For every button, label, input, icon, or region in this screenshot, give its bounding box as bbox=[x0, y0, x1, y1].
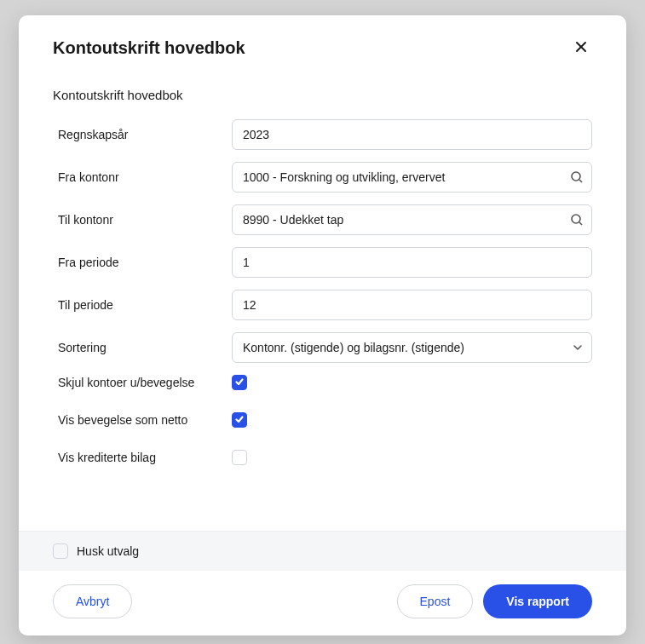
label-fra-periode: Fra periode bbox=[53, 256, 232, 269]
modal-body: Kontoutskrift hovedbok Regnskapsår Fra k… bbox=[19, 71, 626, 531]
input-regnskapsaar[interactable] bbox=[232, 119, 592, 150]
email-button[interactable]: Epost bbox=[397, 584, 474, 618]
label-vis-netto: Vis bevegelse som netto bbox=[58, 413, 232, 427]
modal-footer: Husk utvalg Avbryt Epost Vis rapport bbox=[19, 531, 626, 635]
input-fra-kontonr[interactable] bbox=[232, 162, 592, 193]
label-fra-kontonr: Fra kontonr bbox=[53, 170, 232, 184]
check-icon bbox=[234, 375, 245, 390]
label-husk: Husk utvalg bbox=[77, 544, 139, 558]
row-til-kontonr: Til kontonr bbox=[53, 204, 592, 235]
input-til-kontonr[interactable] bbox=[232, 204, 592, 235]
modal-header: Kontoutskrift hovedbok bbox=[19, 15, 626, 71]
section-label: Kontoutskrift hovedbok bbox=[53, 88, 592, 102]
label-vis-krediterte: Vis krediterte bilag bbox=[58, 451, 232, 464]
checkbox-husk[interactable] bbox=[53, 543, 68, 559]
label-sortering: Sortering bbox=[53, 341, 232, 354]
wrap-til-kontonr bbox=[232, 204, 592, 235]
wrap-til-periode bbox=[232, 290, 592, 320]
select-sortering-value: Kontonr. (stigende) og bilagsnr. (stigen… bbox=[243, 341, 464, 354]
action-row: Avbryt Epost Vis rapport bbox=[19, 571, 626, 635]
row-regnskapsaar: Regnskapsår bbox=[53, 119, 592, 150]
label-regnskapsaar: Regnskapsår bbox=[53, 128, 232, 141]
action-right: Epost Vis rapport bbox=[397, 584, 592, 618]
modal-title: Kontoutskrift hovedbok bbox=[53, 38, 245, 58]
label-til-kontonr: Til kontonr bbox=[53, 213, 232, 227]
row-fra-kontonr: Fra kontonr bbox=[53, 162, 592, 193]
checkbox-vis-netto[interactable] bbox=[232, 412, 247, 428]
label-skjul: Skjul kontoer u/bevegelse bbox=[58, 376, 232, 389]
row-fra-periode: Fra periode bbox=[53, 247, 592, 278]
wrap-fra-kontonr bbox=[232, 162, 592, 193]
wrap-sortering: Kontonr. (stigende) og bilagsnr. (stigen… bbox=[232, 332, 592, 363]
row-skjul: Skjul kontoer u/bevegelse bbox=[53, 375, 592, 390]
modal-dialog: Kontoutskrift hovedbok Kontoutskrift hov… bbox=[19, 15, 626, 635]
checkbox-skjul[interactable] bbox=[232, 375, 247, 390]
close-button[interactable] bbox=[570, 36, 592, 60]
husk-row: Husk utvalg bbox=[19, 532, 626, 571]
show-report-button[interactable]: Vis rapport bbox=[483, 584, 592, 618]
row-til-periode: Til periode bbox=[53, 290, 592, 320]
checkbox-vis-krediterte[interactable] bbox=[232, 450, 247, 465]
label-til-periode: Til periode bbox=[53, 298, 232, 312]
check-icon bbox=[234, 412, 245, 428]
row-sortering: Sortering Kontonr. (stigende) og bilagsn… bbox=[53, 332, 592, 363]
wrap-regnskapsaar bbox=[232, 119, 592, 150]
select-sortering[interactable]: Kontonr. (stigende) og bilagsnr. (stigen… bbox=[232, 332, 592, 363]
row-vis-netto: Vis bevegelse som netto bbox=[53, 412, 592, 428]
wrap-fra-periode bbox=[232, 247, 592, 278]
input-fra-periode[interactable] bbox=[232, 247, 592, 278]
cancel-button[interactable]: Avbryt bbox=[53, 584, 132, 618]
close-icon bbox=[573, 39, 589, 57]
input-til-periode[interactable] bbox=[232, 290, 592, 320]
row-vis-krediterte: Vis krediterte bilag bbox=[53, 450, 592, 465]
